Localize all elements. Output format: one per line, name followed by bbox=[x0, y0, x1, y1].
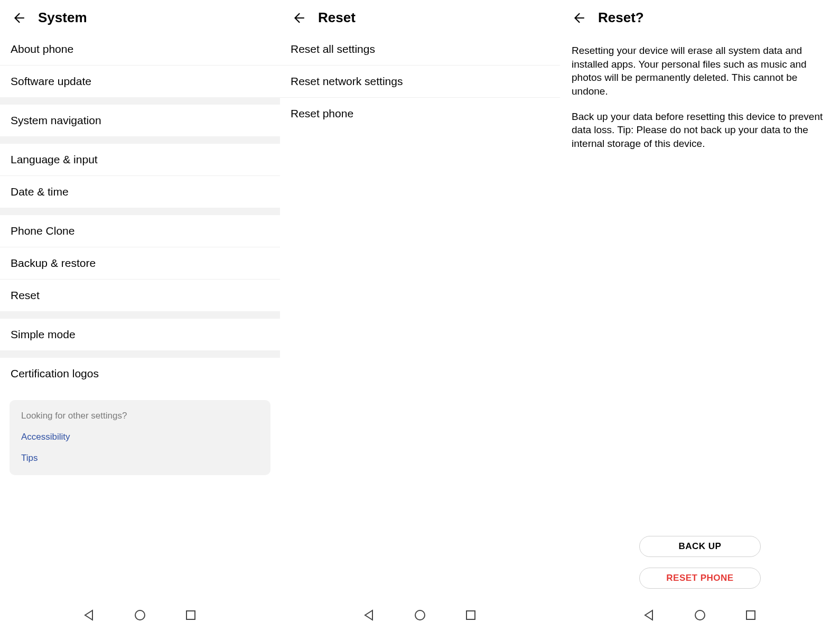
section-divider bbox=[0, 311, 280, 319]
back-icon[interactable] bbox=[571, 10, 586, 26]
reset-confirm-content: Resetting your device will erase all sys… bbox=[560, 33, 840, 599]
list-item-simple-mode[interactable]: Simple mode bbox=[0, 319, 280, 350]
svg-rect-1 bbox=[186, 611, 195, 619]
header: Reset bbox=[280, 0, 560, 33]
header: System bbox=[0, 0, 280, 33]
backup-button[interactable]: BACK UP bbox=[639, 536, 761, 557]
list-item-language-input[interactable]: Language & input bbox=[0, 144, 280, 176]
list-item-reset[interactable]: Reset bbox=[0, 280, 280, 311]
list-item-reset-phone[interactable]: Reset phone bbox=[280, 98, 560, 129]
header: Reset? bbox=[560, 0, 840, 33]
reset-list: Reset all settings Reset network setting… bbox=[280, 33, 560, 599]
hint-link-accessibility[interactable]: Accessibility bbox=[21, 432, 259, 442]
nav-back-icon[interactable] bbox=[362, 608, 376, 622]
nav-back-icon[interactable] bbox=[82, 608, 96, 622]
nav-home-icon[interactable] bbox=[413, 608, 427, 622]
list-item-date-time[interactable]: Date & time bbox=[0, 176, 280, 208]
list-item-system-navigation[interactable]: System navigation bbox=[0, 105, 280, 136]
warning-paragraph-1: Resetting your device will erase all sys… bbox=[572, 44, 828, 98]
hint-title: Looking for other settings? bbox=[21, 411, 259, 421]
list-item-about-phone[interactable]: About phone bbox=[0, 33, 280, 66]
nav-recent-icon[interactable] bbox=[744, 608, 758, 622]
list-item-reset-network-settings[interactable]: Reset network settings bbox=[280, 66, 560, 98]
nav-home-icon[interactable] bbox=[133, 608, 147, 622]
back-icon[interactable] bbox=[11, 10, 26, 26]
nav-bar bbox=[0, 599, 280, 631]
svg-point-2 bbox=[415, 610, 425, 620]
hint-card: Looking for other settings? Accessibilit… bbox=[10, 400, 270, 475]
settings-list: About phone Software update System navig… bbox=[0, 33, 280, 599]
svg-point-4 bbox=[695, 610, 705, 620]
hint-link-tips[interactable]: Tips bbox=[21, 453, 259, 463]
reset-phone-button[interactable]: RESET PHONE bbox=[639, 568, 761, 589]
section-divider bbox=[0, 97, 280, 105]
svg-rect-5 bbox=[746, 611, 755, 619]
nav-recent-icon[interactable] bbox=[184, 608, 198, 622]
nav-recent-icon[interactable] bbox=[464, 608, 478, 622]
list-item-backup-restore[interactable]: Backup & restore bbox=[0, 247, 280, 280]
nav-bar bbox=[280, 599, 560, 631]
nav-bar bbox=[560, 599, 840, 631]
screen-reset-confirm: Reset? Resetting your device will erase … bbox=[560, 0, 840, 631]
warning-paragraph-2: Back up your data before resetting this … bbox=[572, 110, 828, 151]
svg-point-0 bbox=[135, 610, 145, 620]
page-title: Reset bbox=[318, 10, 356, 26]
page-title: System bbox=[38, 10, 87, 26]
screen-reset: Reset Reset all settings Reset network s… bbox=[280, 0, 560, 631]
nav-home-icon[interactable] bbox=[693, 608, 707, 622]
section-divider bbox=[0, 136, 280, 144]
back-icon[interactable] bbox=[291, 10, 306, 26]
list-item-certification-logos[interactable]: Certification logos bbox=[0, 358, 280, 389]
action-buttons: BACK UP RESET PHONE bbox=[560, 536, 840, 599]
page-title: Reset? bbox=[598, 10, 644, 26]
list-item-phone-clone[interactable]: Phone Clone bbox=[0, 215, 280, 247]
screen-system: System About phone Software update Syste… bbox=[0, 0, 280, 631]
list-item-reset-all-settings[interactable]: Reset all settings bbox=[280, 33, 560, 66]
section-divider bbox=[0, 350, 280, 358]
nav-back-icon[interactable] bbox=[642, 608, 656, 622]
warning-text: Resetting your device will erase all sys… bbox=[560, 33, 840, 162]
svg-rect-3 bbox=[466, 611, 475, 619]
section-divider bbox=[0, 208, 280, 215]
list-item-software-update[interactable]: Software update bbox=[0, 66, 280, 97]
